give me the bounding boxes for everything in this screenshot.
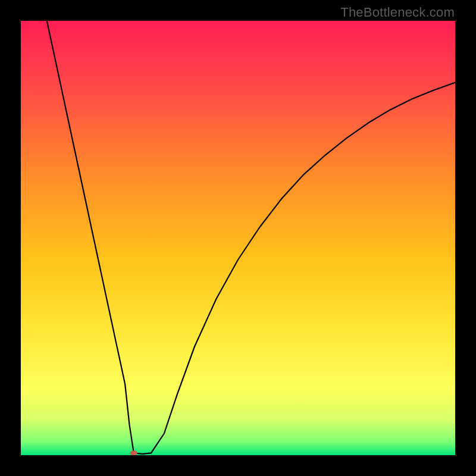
plot-area	[21, 21, 455, 455]
optimal-point-marker	[130, 450, 137, 455]
chart-svg	[21, 21, 455, 455]
chart-frame: TheBottleneck.com	[0, 0, 476, 476]
gradient-background	[21, 21, 455, 455]
watermark-text: TheBottleneck.com	[340, 5, 455, 20]
